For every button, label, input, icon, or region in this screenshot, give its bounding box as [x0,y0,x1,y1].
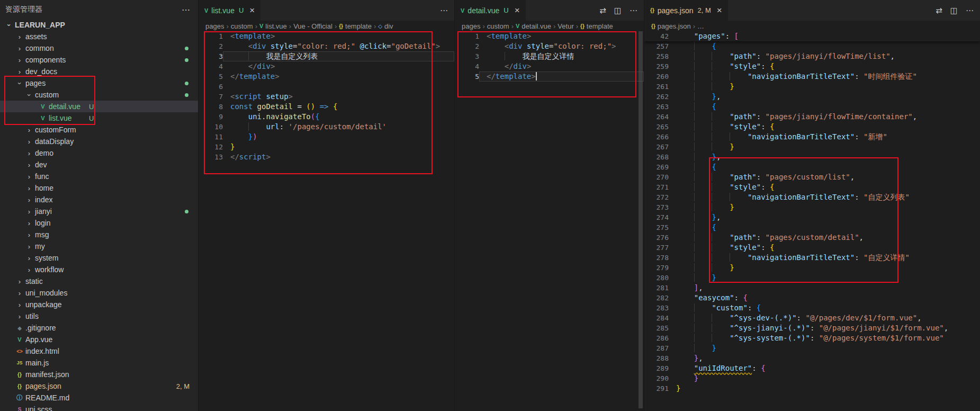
close-icon[interactable]: × [717,6,722,15]
breadcrumb-item[interactable]: Vlist.vue [259,22,287,30]
tree-item-home[interactable]: ›home [0,182,198,194]
line-number: 13 [199,152,223,162]
code-editor-pages-json[interactable]: 42 "pages": [257 {258 "path": "pages/jia… [644,31,980,411]
tree-item-system[interactable]: ›system [0,252,198,264]
breadcrumb-item[interactable]: {}pages.json [651,22,691,30]
tree-item-detail.vue[interactable]: Vdetail.vueU [0,101,198,112]
tree-item-unpackage[interactable]: ›unpackage [0,299,198,310]
tree-item-datadisplay[interactable]: ›dataDisplay [0,136,198,147]
tab-label: detail.vue [467,6,499,15]
breadcrumb-label: div [384,22,393,30]
code-line: 10 url: '/pages/custom/detail' [199,122,454,132]
line-content: } [669,383,980,394]
line-content: "style": { [669,122,980,132]
line-content: uni.navigateTo({ [223,112,454,122]
line-content: "navigationBarTitleText": "自定义列表" [669,192,980,202]
breadcrumb-item[interactable]: custom [487,22,509,30]
open-changes-icon[interactable]: ⇄ [599,6,606,15]
chevron-right-icon: › [15,44,24,52]
code-line: 268 }, [644,152,980,162]
tree-item-dev_docs[interactable]: ›dev_docs [0,66,198,77]
split-icon[interactable]: ◫ [950,6,958,15]
line-content: "^sys-dev-(.*)": "@/pages/dev/$1/form.vu… [669,313,980,323]
tab-pages-json[interactable]: {}pages.json2, M× [644,0,728,21]
line-number: 2 [455,41,479,51]
line-content: }, [669,152,980,162]
tree-item-dev[interactable]: ›dev [0,159,198,171]
code-line: 286 "^sys-system-(.*)": "@/pages/system/… [644,333,980,343]
tree-item-assets[interactable]: ›assets [0,31,198,42]
tree-item-uni_modules[interactable]: ›uni_modules [0,287,198,299]
tree-item-func[interactable]: ›func [0,171,198,182]
tree-item-demo[interactable]: ›demo [0,147,198,159]
tree-item-index[interactable]: ›index [0,194,198,206]
tree-item-pages[interactable]: ›pages [0,77,198,89]
line-content: } [669,373,980,383]
breadcrumb-separator-icon: › [374,22,376,30]
open-changes-icon[interactable]: ⇄ [936,6,942,15]
code-line: 267 } [644,142,980,152]
more-icon[interactable]: ⋯ [966,6,974,15]
tab-detail-vue[interactable]: Vdetail.vueU× [455,0,526,21]
breadcrumb-item[interactable]: custom [231,22,253,30]
tree-item-label: uni.scss [24,405,52,411]
tree-item-index.html[interactable]: <>index.html [0,345,198,357]
line-number: 283 [644,303,669,313]
more-icon[interactable]: ⋯ [440,6,448,15]
tree-item-label: custom [34,91,59,99]
tree-item-uni.scss[interactable]: Suni.scss [0,404,198,411]
tree-item-list.vue[interactable]: Vlist.vueU [0,112,198,124]
breadcrumb: pages›custom›Vdetail.vue›Vetur›{}templat… [455,21,644,31]
tree-item-label: login [34,219,51,227]
line-number: 4 [199,61,223,72]
tab-list-vue[interactable]: Vlist.vueU× [199,0,260,21]
tree-item-components[interactable]: ›components [0,54,198,66]
breadcrumb-item[interactable]: {}template [339,22,372,30]
line-content: "navigationBarTitleText": "时间组件验证" [669,72,980,82]
breadcrumb-item[interactable]: ◇div [378,22,393,30]
tree-item-label: LEARUN_APP [14,21,65,29]
tree-item-customform[interactable]: ›customForm [0,124,198,136]
tree-item-login[interactable]: ›login [0,217,198,229]
more-actions-icon[interactable]: ⋯ [182,5,191,15]
tree-item-static[interactable]: ›static [0,275,198,287]
tree-item-common[interactable]: ›common [0,42,198,54]
git-change-dot-icon [185,47,188,50]
line-content: </div> [223,61,454,72]
line-number: 267 [644,142,669,152]
tree-item-utils[interactable]: ›utils [0,310,198,322]
tree-item-main.js[interactable]: JSmain.js [0,357,198,369]
tree-item-learun_app[interactable]: ›LEARUN_APP [0,19,198,31]
close-icon[interactable]: × [515,6,520,15]
breadcrumb-item[interactable]: Vetur [558,22,573,30]
chevron-down-icon: › [5,20,13,30]
tree-item-workflow[interactable]: ›workflow [0,264,198,275]
breadcrumb-item[interactable]: pages [205,22,224,30]
breadcrumb-label: pages.json [658,22,691,30]
breadcrumb-item[interactable]: Vue - Official [293,22,332,30]
breadcrumb-item[interactable]: Vdetail.vue [516,22,551,30]
breadcrumb-separator-icon: › [289,22,291,30]
tree-item-jianyi[interactable]: ›jianyi [0,206,198,217]
breadcrumb-item[interactable]: {}template [580,22,613,30]
vertical-scrollbar[interactable] [639,31,643,408]
tree-item-pages.json[interactable]: {}pages.json2, M [0,380,198,392]
close-icon[interactable]: × [249,6,255,15]
code-editor-detail-vue[interactable]: 1<template>2 <div style="color: red;">3 … [455,31,644,411]
breadcrumb-item[interactable]: … [697,22,704,30]
tree-item-.gitignore[interactable]: ◆.gitignore [0,322,198,334]
tree-item-my[interactable]: ›my [0,240,198,252]
tab-label: list.vue [211,6,235,15]
breadcrumb-item[interactable]: pages [462,22,480,30]
more-icon[interactable]: ⋯ [630,6,637,15]
split-icon[interactable]: ◫ [614,6,622,15]
tree-item-readme.md[interactable]: ⓘREADME.md [0,392,198,404]
code-editor-list-vue[interactable]: 1<template>2 <div style="color: red;" @c… [199,31,454,411]
tree-item-manifest.json[interactable]: {}manifest.json [0,369,198,380]
tree-item-msg[interactable]: ›msg [0,229,198,240]
chevron-right-icon: › [24,161,34,169]
line-content: "path": "pages/custom/detail", [669,233,980,243]
editor-actions: ⇄◫⋯ [929,0,980,21]
tree-item-app.vue[interactable]: VApp.vue [0,334,198,345]
tree-item-custom[interactable]: ›custom [0,89,198,101]
